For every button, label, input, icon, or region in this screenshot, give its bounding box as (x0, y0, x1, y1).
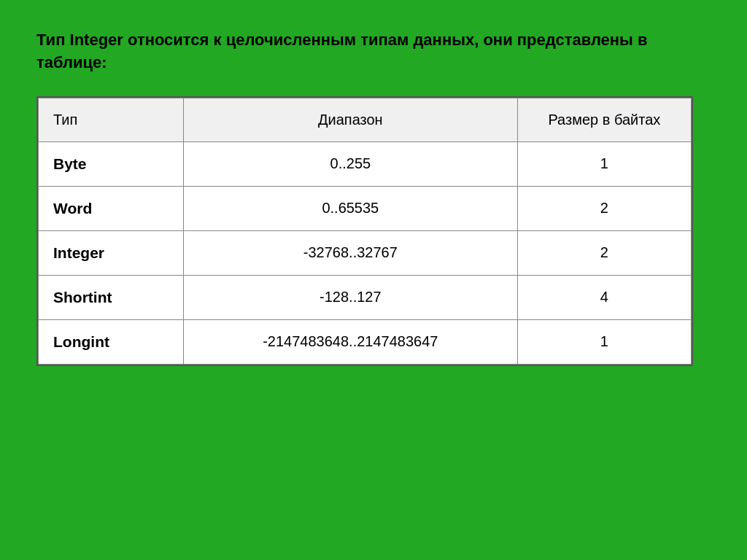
cell-size: 2 (517, 186, 691, 230)
cell-type: Byte (39, 141, 184, 186)
cell-type: Shortint (39, 275, 184, 319)
cell-range: -128..127 (183, 275, 517, 319)
table-row: Shortint-128..1274 (39, 275, 692, 319)
intro-text: Тип Integer относится к целочисленным ти… (36, 29, 711, 74)
cell-range: -32768..32767 (183, 230, 517, 275)
col-header-size: Размер в байтах (517, 98, 691, 141)
cell-type: Integer (39, 230, 184, 275)
col-header-range: Диапазон (183, 98, 517, 141)
cell-size: 1 (517, 319, 691, 364)
table-wrapper: Тип Диапазон Размер в байтах Byte0..2551… (36, 96, 693, 366)
cell-range: -2147483648..2147483647 (183, 319, 517, 364)
table-row: Word0..655352 (39, 186, 692, 230)
table-row: Longint-2147483648..21474836471 (39, 319, 692, 364)
cell-range: 0..255 (183, 141, 517, 186)
cell-type: Longint (39, 319, 184, 364)
cell-size: 1 (517, 141, 691, 186)
table-header-row: Тип Диапазон Размер в байтах (39, 98, 692, 141)
cell-type: Word (39, 186, 184, 230)
cell-range: 0..65535 (183, 186, 517, 230)
col-header-type: Тип (39, 98, 184, 141)
table-row: Byte0..2551 (39, 141, 692, 186)
cell-size: 4 (517, 275, 691, 319)
page-container: Тип Integer относится к целочисленным ти… (0, 0, 747, 560)
data-table: Тип Диапазон Размер в байтах Byte0..2551… (38, 98, 692, 365)
table-row: Integer-32768..327672 (39, 230, 692, 275)
cell-size: 2 (517, 230, 691, 275)
